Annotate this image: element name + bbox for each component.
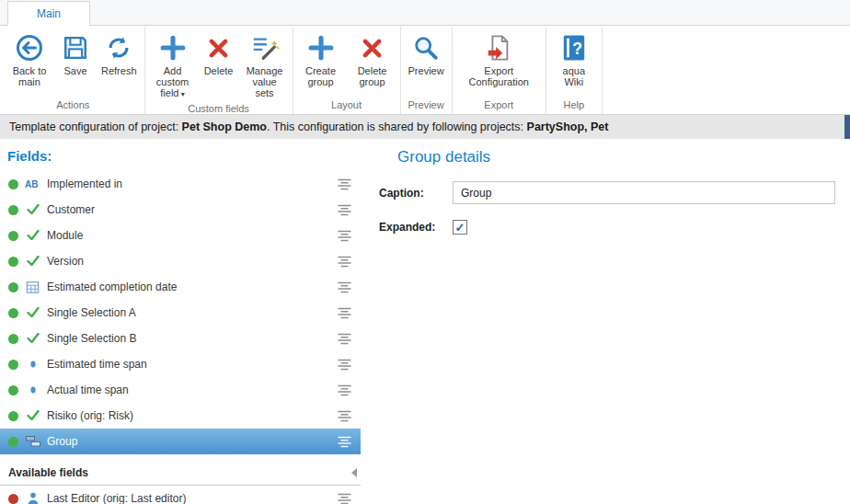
calendar-icon bbox=[25, 281, 40, 293]
drag-handle-icon[interactable] bbox=[338, 333, 351, 345]
window-edge-strip bbox=[844, 115, 850, 139]
save-icon bbox=[62, 30, 89, 65]
create-group-button[interactable]: Create group bbox=[296, 29, 346, 87]
field-row[interactable]: Version bbox=[0, 248, 361, 274]
field-row[interactable]: Module bbox=[0, 223, 361, 248]
duration-icon bbox=[25, 360, 40, 369]
drag-handle-icon[interactable] bbox=[338, 410, 351, 422]
status-text-1: Template configuration of project: bbox=[9, 120, 182, 133]
collapse-panel-arrow-icon[interactable] bbox=[351, 468, 357, 477]
expanded-form-row: Expanded: ✓ bbox=[379, 220, 835, 235]
drag-handle-icon[interactable] bbox=[338, 384, 351, 396]
ribbon-group-custom-fields: Add custom field ▾DeleteManage value set… bbox=[145, 27, 293, 114]
ribbon-group-label: Preview bbox=[404, 97, 449, 114]
fields-list: AB Implemented in Customer Module bbox=[0, 171, 361, 454]
group-icon bbox=[25, 436, 40, 447]
status-dot bbox=[8, 179, 18, 189]
ribbon-group-label: Layout bbox=[296, 97, 397, 114]
status-dot bbox=[8, 494, 18, 504]
svg-text:?: ? bbox=[572, 40, 582, 58]
status-dot bbox=[8, 360, 18, 370]
status-bar: Template configuration of project: Pet S… bbox=[0, 115, 850, 139]
ribbon-button-label: Export Configuration bbox=[460, 65, 538, 87]
check-icon bbox=[25, 256, 40, 267]
status-dot bbox=[8, 437, 18, 447]
drag-handle-icon[interactable] bbox=[338, 493, 351, 504]
ribbon-button-label: Delete group bbox=[352, 65, 393, 87]
field-label: Implemented in bbox=[47, 178, 122, 190]
caption-label: Caption: bbox=[379, 187, 453, 200]
ribbon-button-label: Refresh bbox=[101, 65, 137, 76]
available-fields-list: Last Editor (orig: Last editor) bbox=[0, 486, 361, 504]
group-details-title: Group details bbox=[397, 148, 835, 166]
save-button[interactable]: Save bbox=[56, 29, 95, 87]
check-icon bbox=[25, 204, 40, 215]
refresh-button[interactable]: Refresh bbox=[97, 29, 142, 87]
tab-main-label: Main bbox=[37, 7, 61, 20]
app: { "accent_color": "#1e7bc4", "tab": { "l… bbox=[0, 0, 850, 504]
person-icon bbox=[25, 492, 40, 504]
delete-group-button[interactable]: Delete group bbox=[348, 29, 397, 87]
caption-input[interactable] bbox=[453, 181, 835, 204]
drag-handle-icon[interactable] bbox=[338, 204, 351, 216]
field-row[interactable]: Risiko (orig: Risk) bbox=[0, 403, 361, 429]
svg-text:AB: AB bbox=[25, 179, 38, 189]
ribbon: Back to mainSaveRefreshActionsAdd custom… bbox=[0, 26, 850, 115]
drag-handle-icon[interactable] bbox=[338, 178, 351, 190]
status-text: Template configuration of project: Pet S… bbox=[9, 120, 608, 133]
ribbon-group-preview: PreviewPreview bbox=[401, 27, 453, 114]
tab-main[interactable]: Main bbox=[7, 1, 90, 26]
field-row[interactable]: Last Editor (orig: Last editor) bbox=[0, 486, 361, 504]
ribbon-button-label: Save bbox=[63, 65, 86, 76]
status-dot bbox=[8, 411, 18, 421]
add-custom-field-button[interactable]: Add custom field ▾ bbox=[148, 29, 198, 100]
duration-icon bbox=[25, 385, 40, 395]
delete-button[interactable]: Delete bbox=[200, 29, 238, 100]
status-dot bbox=[8, 334, 18, 344]
drag-handle-icon[interactable] bbox=[338, 230, 351, 242]
drag-handle-icon[interactable] bbox=[338, 307, 351, 319]
ribbon-group-help: ?aqua WikiHelp bbox=[546, 27, 603, 114]
manage-value-sets-button[interactable]: Manage value sets bbox=[240, 29, 290, 100]
field-row[interactable]: Single Selection A bbox=[0, 300, 361, 326]
export-configuration-button[interactable]: Export Configuration bbox=[455, 29, 543, 87]
check-icon bbox=[25, 307, 40, 318]
field-label: Single Selection A bbox=[47, 306, 136, 319]
field-row[interactable]: Actual time span bbox=[0, 377, 361, 403]
available-fields-header: Available fields bbox=[0, 460, 361, 486]
wiki-help-icon: ? bbox=[561, 30, 587, 65]
group-details-panel: Group details Caption: Expanded: ✓ bbox=[368, 139, 850, 504]
drag-handle-icon[interactable] bbox=[338, 436, 351, 448]
field-row[interactable]: Single Selection B bbox=[0, 326, 361, 351]
field-label: Version bbox=[47, 255, 84, 268]
preview-button[interactable]: Preview bbox=[404, 29, 449, 76]
status-dot bbox=[8, 385, 18, 395]
ribbon-tab-strip: Main bbox=[0, 0, 850, 26]
caption-form-row: Caption: bbox=[379, 181, 835, 204]
ribbon-button-label: Manage value sets bbox=[245, 65, 285, 98]
field-row[interactable]: Estimated completion date bbox=[0, 274, 361, 300]
chevron-down-icon: ▾ bbox=[179, 90, 185, 98]
ribbon-button-label: Add custom field ▾ bbox=[153, 65, 193, 100]
drag-handle-icon[interactable] bbox=[338, 359, 351, 371]
drag-handle-icon[interactable] bbox=[338, 281, 351, 293]
field-row[interactable]: Group bbox=[0, 429, 361, 454]
expanded-label: Expanded: bbox=[379, 221, 453, 234]
status-dot bbox=[8, 257, 18, 267]
field-label: Last Editor (orig: Last editor) bbox=[47, 492, 186, 504]
ribbon-button-label: aqua Wiki bbox=[554, 65, 594, 87]
ribbon-group-actions: Back to mainSaveRefreshActions bbox=[2, 27, 145, 114]
back-to-main-button[interactable]: Back to main bbox=[5, 29, 54, 87]
aqua-wiki-button[interactable]: ?aqua Wiki bbox=[549, 29, 599, 87]
refresh-icon bbox=[105, 30, 132, 65]
field-row[interactable]: AB Implemented in bbox=[0, 171, 361, 197]
add-plus-icon bbox=[159, 30, 187, 65]
field-label: Risiko (orig: Risk) bbox=[47, 409, 133, 422]
expanded-checkbox[interactable]: ✓ bbox=[453, 220, 467, 235]
drag-handle-icon[interactable] bbox=[338, 256, 351, 268]
ribbon-button-label: Create group bbox=[301, 65, 341, 87]
status-dot bbox=[8, 308, 18, 318]
field-row[interactable]: Estimated time span bbox=[0, 351, 361, 377]
status-dot bbox=[8, 282, 18, 292]
field-row[interactable]: Customer bbox=[0, 197, 361, 223]
